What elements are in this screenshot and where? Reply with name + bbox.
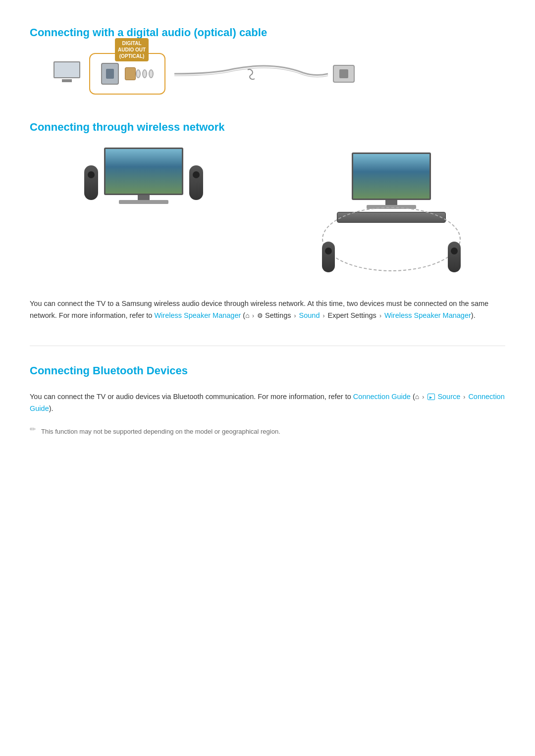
tv-neck-right — [385, 200, 397, 205]
optical-diagram: DIGITALAUDIO OUT(OPTICAL) — [50, 53, 505, 95]
cable-ring-1 — [136, 69, 141, 78]
settings-icon-1: ⚙ — [257, 312, 263, 319]
home-icon-2: ⌂ — [415, 393, 419, 401]
expert-settings-label: Expert Settings — [328, 311, 378, 319]
wireless-section: Connecting through wireless network — [30, 118, 505, 322]
chevron-1: › — [251, 312, 254, 319]
tv-stand-small — [62, 79, 72, 82]
source-link[interactable]: Source — [437, 393, 460, 401]
speaker-right — [189, 165, 203, 200]
chevron-2: › — [294, 312, 296, 319]
wireless-group-left — [30, 148, 258, 204]
plug-connector — [125, 67, 154, 80]
optical-label: DIGITALAUDIO OUT(OPTICAL) — [115, 38, 149, 61]
optical-port — [101, 63, 119, 85]
cable-svg — [174, 59, 333, 89]
wireless-paragraph: You can connect the TV to a Samsung wire… — [30, 298, 505, 322]
bluetooth-text-3: ). — [49, 404, 54, 412]
note-container: ✏ This function may not be supported dep… — [30, 423, 505, 437]
chevron-3: › — [322, 312, 324, 319]
pencil-icon: ✏ — [30, 423, 36, 435]
chevron-5: › — [422, 394, 424, 401]
satellite-speaker-left — [322, 242, 335, 272]
tv-neck-left — [138, 195, 150, 200]
chevron-6: › — [463, 394, 465, 401]
sound-link[interactable]: Sound — [299, 311, 320, 319]
home-icon-1: ⌂ — [245, 311, 249, 319]
connection-guide-link-1[interactable]: Connection Guide — [353, 393, 411, 401]
tv-with-speakers — [84, 148, 203, 204]
soundbar-setup — [317, 148, 466, 286]
optical-section: Connecting with a digital audio (optical… — [30, 24, 505, 95]
bluetooth-paragraph: You can connect the TV or audio devices … — [30, 391, 505, 415]
tv-screen-right — [352, 152, 431, 200]
settings-label: Settings — [265, 311, 293, 319]
plug-head — [125, 67, 136, 80]
cable-ring-2 — [142, 69, 147, 78]
receiver-port — [333, 65, 355, 83]
satellite-speaker-right — [448, 242, 461, 272]
cable-ring-3 — [149, 69, 154, 78]
section-divider — [30, 346, 505, 346]
speaker-left — [84, 165, 98, 200]
wireless-text-3: ). — [471, 311, 476, 319]
bluetooth-heading: Connecting Bluetooth Devices — [30, 362, 505, 379]
tv-screen-small — [54, 61, 80, 78]
note-text: This function may not be supported depen… — [41, 427, 280, 437]
tv-main-left — [104, 148, 183, 204]
optical-port-box: DIGITALAUDIO OUT(OPTICAL) — [89, 53, 165, 95]
source-icon — [428, 394, 435, 400]
bluetooth-text-1: You can connect the TV or audio devices … — [30, 393, 353, 401]
bluetooth-section: Connecting Bluetooth Devices You can con… — [30, 362, 505, 437]
wireless-speaker-manager-link-1[interactable]: Wireless Speaker Manager — [154, 311, 241, 319]
tv-screen-left — [104, 148, 183, 195]
wireless-heading: Connecting through wireless network — [30, 118, 505, 136]
optical-heading: Connecting with a digital audio (optical… — [30, 24, 505, 41]
tv-base-left — [119, 200, 168, 204]
satellite-speakers — [322, 242, 461, 276]
wireless-speaker-manager-link-2[interactable]: Wireless Speaker Manager — [384, 311, 471, 319]
cable-rings — [136, 69, 154, 78]
wireless-diagram — [30, 148, 505, 286]
tv-main-right — [352, 152, 431, 209]
chevron-4: › — [379, 312, 381, 319]
tv-icon-small — [50, 61, 84, 86]
wireless-group-right — [277, 148, 505, 286]
